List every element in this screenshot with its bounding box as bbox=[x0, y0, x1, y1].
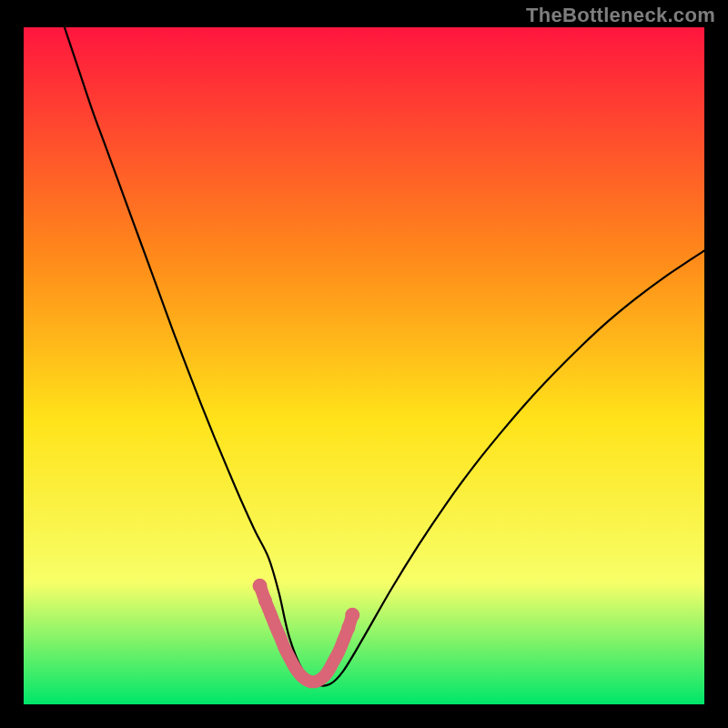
highlight-dot bbox=[253, 579, 268, 593]
highlight-dot bbox=[265, 608, 278, 621]
highlight-dot bbox=[258, 594, 272, 608]
chart-frame: TheBottleneck.com bbox=[0, 0, 728, 728]
gradient-background bbox=[24, 27, 704, 704]
bottleneck-chart bbox=[24, 27, 704, 704]
highlight-dot bbox=[269, 621, 281, 632]
highlight-dot bbox=[345, 608, 359, 622]
plot-area bbox=[24, 27, 704, 704]
watermark-text: TheBottleneck.com bbox=[526, 4, 715, 27]
highlight-dot bbox=[333, 645, 345, 657]
highlight-dot bbox=[341, 621, 355, 634]
highlight-dot bbox=[338, 633, 350, 646]
